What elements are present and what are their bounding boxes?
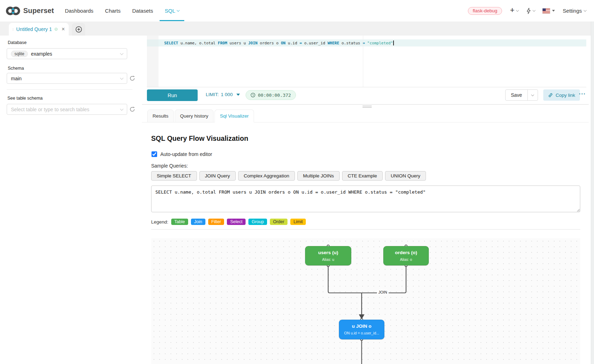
result-tabs: ResultsQuery historySql Visualizer [147, 109, 254, 123]
database-select-value: examples [31, 51, 52, 57]
visualizer-query-input[interactable]: SELECT u.name, o.total FROM users u JOIN… [151, 186, 580, 212]
query-search-menu[interactable] [526, 8, 535, 14]
database-select[interactable]: sqlite examples [7, 48, 127, 59]
refresh-icon [129, 75, 135, 81]
nav-item-sql[interactable]: SQL [165, 0, 179, 21]
sample-query-button-simple-select[interactable]: Simple SELECT [151, 171, 197, 181]
chevron-down-icon [120, 76, 124, 80]
add-tab-icon [75, 26, 82, 33]
table-node-users[interactable]: users (u) Alias: u [305, 246, 351, 265]
save-options-button[interactable] [527, 90, 538, 100]
table-select[interactable]: Select table or type to search tables [7, 104, 127, 115]
refresh-icon [129, 106, 135, 112]
editor-toolbar: Run LIMIT: 1 000 00:00:00.372 Save [142, 88, 589, 104]
copy-link-button[interactable]: Copy link [543, 89, 580, 101]
plus-icon: + [510, 6, 514, 14]
edge-label-join: JOIN [377, 290, 389, 294]
legend-row: Legend: TableJoinFilterSelectGroupOrderL… [151, 219, 306, 225]
superset-logo[interactable]: Superset [6, 6, 54, 16]
legend-chip-group: Group [248, 219, 267, 225]
sql-editor-line: SELECT u.name, o.total FROM users u JOIN… [164, 40, 394, 46]
sql-visualizer-panel: SQL Query Flow Visualization Auto-update… [142, 123, 589, 364]
settings-label: Settings [563, 8, 582, 14]
node-subtitle: Alias: u [305, 257, 351, 262]
refresh-tables-button[interactable] [129, 106, 135, 112]
sqllab-left-sidebar: Database sqlite examples Schema main See… [0, 36, 141, 364]
language-picker[interactable] [543, 8, 555, 13]
schema-label: Schema [8, 66, 24, 71]
chevron-down-icon [533, 9, 536, 12]
caret-down-icon [552, 10, 555, 12]
legend-chip-table: Table [171, 219, 188, 225]
limit-label: LIMIT: [206, 92, 219, 97]
copy-link-label: Copy link [556, 93, 575, 98]
query-timer-badge: 00:00:00.372 [246, 90, 296, 100]
nav-item-datasets[interactable]: Datasets [132, 0, 153, 21]
auto-update-checkbox[interactable] [151, 151, 157, 157]
clock-icon [250, 93, 255, 98]
tab-sql-visualizer[interactable]: Sql Visualizer [215, 109, 254, 123]
main-nav: DashboardsChartsDatasetsSQL [65, 0, 179, 21]
query-flow-canvas[interactable]: users (u) Alias: u orders (o) Alias: o u… [151, 238, 580, 364]
panel-divider [142, 104, 589, 105]
tab-query-history[interactable]: Query history [175, 109, 214, 123]
environment-badge: flask-debug [468, 7, 502, 15]
nav-item-dashboards[interactable]: Dashboards [65, 0, 93, 21]
panel-resize-handle[interactable] [363, 106, 372, 108]
table-node-orders[interactable]: orders (o) Alias: o [383, 246, 429, 265]
sample-query-button-cte-example[interactable]: CTE Example [342, 171, 383, 181]
query-tab-title: Untitled Query 1 [16, 26, 52, 32]
legend-chip-limit: Limit [290, 219, 306, 225]
legend-divider [151, 229, 580, 230]
flow-edges [151, 238, 580, 364]
chevron-down-icon [177, 9, 180, 12]
tab-results[interactable]: Results [147, 109, 174, 123]
legend-label: Legend: [151, 219, 168, 225]
page-scrollbar[interactable] [591, 0, 594, 364]
query-tab-untitled-query-1[interactable]: Untitled Query 1 × [9, 23, 69, 36]
join-node[interactable]: u JOIN o ON u.id = o.user_id... [339, 320, 384, 339]
top-navbar: Superset DashboardsChartsDatasetsSQL fla… [0, 0, 594, 21]
more-actions-button[interactable]: ··· [579, 90, 586, 98]
brand-name: Superset [23, 7, 54, 15]
nav-item-charts[interactable]: Charts [105, 0, 120, 21]
superset-logo-icon [6, 6, 20, 16]
legend-chip-order: Order [270, 219, 287, 225]
legend-chip-join: Join [191, 219, 205, 225]
chevron-down-icon [120, 51, 124, 55]
schema-select-value: main [11, 76, 21, 81]
sql-editor[interactable]: 1 SELECT u.name, o.total FROM users u JO… [147, 36, 586, 87]
refresh-schemas-button[interactable] [129, 75, 135, 81]
limit-dropdown[interactable]: LIMIT: 1 000 [206, 92, 240, 97]
new-tab-button[interactable] [72, 23, 85, 36]
run-query-button[interactable]: Run [147, 89, 198, 101]
save-button[interactable]: Save [506, 90, 527, 100]
table-select-placeholder: Select table or type to search tables [11, 107, 89, 112]
visualizer-title: SQL Query Flow Visualization [151, 134, 248, 143]
sample-query-button-complex-aggregation[interactable]: Complex Aggregation [238, 171, 295, 181]
chevron-down-icon [583, 9, 586, 12]
legend-chip-select: Select [227, 219, 246, 225]
query-timer-value: 00:00:00.372 [258, 93, 291, 98]
editor-print-margin [363, 36, 363, 87]
auto-update-label: Auto-update from editor [160, 151, 212, 157]
sample-query-button-multiple-joins[interactable]: Multiple JOINs [297, 171, 340, 181]
table-schema-label: See table schema [7, 96, 43, 101]
sample-query-buttons: Simple SELECTJOIN QueryComplex Aggregati… [151, 171, 426, 181]
schema-select[interactable]: main [7, 73, 127, 84]
node-subtitle: Alias: o [384, 257, 428, 262]
chevron-down-icon [120, 107, 124, 111]
close-tab-icon[interactable]: × [62, 26, 65, 32]
chevron-down-icon [516, 9, 519, 12]
sample-query-button-union-query[interactable]: UNION Query [385, 171, 426, 181]
database-label: Database [8, 40, 27, 45]
editor-gutter-active-row [147, 39, 159, 46]
query-tab-strip: Untitled Query 1 × [0, 21, 594, 36]
us-flag-icon [543, 8, 550, 13]
settings-menu[interactable]: Settings [563, 8, 586, 14]
sample-query-button-join-query[interactable]: JOIN Query [199, 171, 236, 181]
node-title: users (u) [305, 250, 351, 255]
query-saved-check-icon [55, 26, 57, 32]
auto-update-row: Auto-update from editor [151, 151, 212, 157]
new-item-menu[interactable]: + [510, 7, 518, 14]
